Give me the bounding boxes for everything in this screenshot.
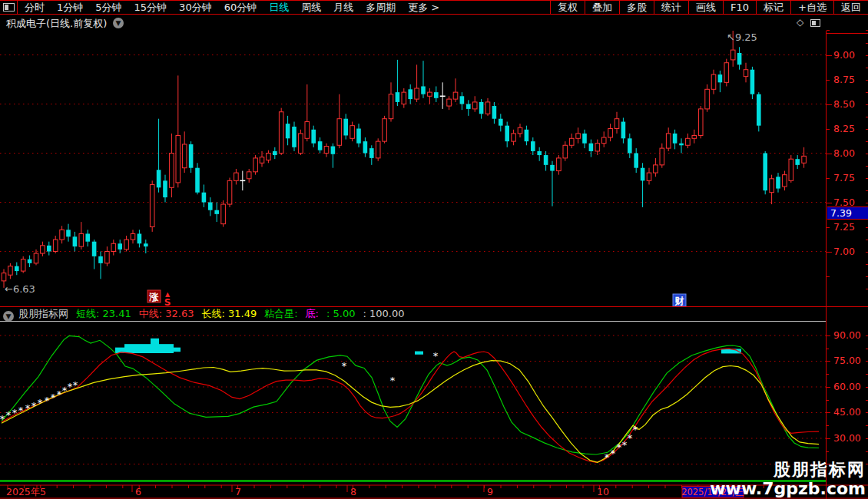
candle	[472, 96, 477, 111]
candle	[744, 63, 748, 83]
pane-layout-icon[interactable]	[810, 19, 820, 27]
indicator-stat: 粘合星:	[264, 308, 297, 319]
menu-item-tool[interactable]: +自选	[790, 1, 833, 14]
menu-item-period[interactable]: 多周期	[359, 1, 402, 14]
menu-item-tool[interactable]: 多股	[619, 1, 654, 14]
indicator-axis-label: 75.00	[833, 355, 861, 366]
star-marker: *	[45, 395, 50, 406]
month-label: 5	[40, 486, 46, 497]
indicator-stat: 底:	[306, 308, 319, 319]
candle	[518, 124, 522, 137]
candle	[157, 119, 161, 193]
candle	[512, 130, 516, 145]
candle	[557, 155, 562, 175]
menu-item-period[interactable]: 分时	[18, 1, 51, 14]
candle	[163, 175, 167, 203]
candle	[544, 151, 548, 171]
candle	[589, 140, 594, 157]
candle	[698, 106, 703, 138]
layout-toggle-button[interactable]	[0, 1, 18, 14]
menu-item-period[interactable]: 5分钟	[89, 1, 128, 14]
price-tick	[827, 227, 830, 228]
menu-item-period[interactable]: 15分钟	[128, 1, 174, 14]
candle	[673, 130, 678, 150]
zhang-signal: 涨	[147, 290, 161, 302]
star-marker: *	[342, 360, 347, 372]
chevron-down-icon[interactable]: ▼	[113, 18, 124, 28]
candle	[537, 147, 542, 161]
candle	[8, 263, 13, 279]
price-tick	[827, 55, 832, 56]
candle	[582, 130, 587, 148]
candle	[499, 114, 503, 131]
menu-item-tool[interactable]: F10	[723, 1, 756, 14]
menu-item-period[interactable]: 周线	[295, 1, 327, 14]
candle	[492, 102, 497, 124]
indicator-chart[interactable]: **********************	[0, 322, 826, 482]
candle	[634, 148, 638, 173]
candle	[118, 240, 122, 253]
candle	[440, 82, 446, 109]
candle	[305, 84, 310, 141]
month-label: 9	[487, 486, 493, 497]
candle	[641, 163, 645, 207]
candle	[47, 242, 51, 256]
candle	[686, 134, 691, 148]
diamond-icon[interactable]: ◇	[797, 17, 803, 28]
candle	[770, 175, 774, 204]
menu-item-period[interactable]: 60分钟	[218, 1, 263, 14]
menu-item-tool[interactable]: 叠加	[585, 1, 619, 14]
star-marker: *	[0, 413, 5, 425]
menu-item-tool[interactable]: 返回	[833, 1, 868, 14]
menu-item-period[interactable]: 30分钟	[173, 1, 218, 14]
candle	[415, 64, 419, 102]
candle	[737, 47, 742, 69]
candle	[292, 122, 297, 151]
candle	[79, 222, 84, 250]
candle	[576, 127, 581, 143]
menu-item-period[interactable]: 1分钟	[51, 1, 89, 14]
indicator-tick	[827, 387, 830, 388]
month-label: 6	[135, 486, 141, 497]
candle	[176, 75, 181, 187]
indicator-stat: 长线: 31.49	[201, 308, 257, 319]
candlestick-chart[interactable]: ↖9.25←6.63涨▲S财	[0, 31, 826, 306]
indicator-tick	[827, 438, 830, 439]
watermark: 股朋指标网 www.7gpzb.com	[710, 460, 866, 498]
menu-item-tool[interactable]: 复权	[550, 1, 585, 14]
candle	[601, 131, 606, 147]
price-tick	[827, 30, 830, 31]
adhesion-star-histogram	[151, 339, 159, 353]
watermark-url: www.7gpzb.com	[710, 479, 866, 498]
star-marker: *	[6, 409, 12, 421]
menu-item-tool[interactable]: 画线	[688, 1, 723, 14]
cai-signal: 财	[673, 294, 686, 306]
candle	[647, 168, 651, 185]
price-tick	[827, 129, 830, 130]
menu-item-period[interactable]: 更多 >	[402, 1, 446, 14]
svg-text:涨: 涨	[149, 292, 160, 302]
candle	[460, 92, 465, 110]
candle	[718, 71, 723, 92]
collapse-icon[interactable]: ▼	[3, 311, 14, 322]
star-marker: *	[51, 392, 56, 403]
price-label: 8.75	[833, 74, 855, 85]
menu-item-period[interactable]: 月线	[327, 1, 359, 14]
menu-item-period[interactable]: 日线	[263, 1, 295, 14]
star-marker: *	[73, 379, 78, 391]
indicator-line	[2, 349, 819, 462]
adhesion-star-histogram	[159, 344, 174, 353]
candle	[331, 144, 336, 168]
star-marker: *	[390, 375, 396, 386]
candle	[595, 140, 600, 155]
candle	[615, 112, 619, 134]
candle	[479, 99, 484, 119]
candle	[311, 126, 316, 147]
candle	[227, 178, 232, 207]
menu-item-tool[interactable]: 统计	[654, 1, 688, 14]
title-bar: 积成电子(日线.前复权) ▼ ◇	[0, 15, 868, 31]
candle	[692, 130, 697, 144]
menu-item-tool[interactable]: 标记	[756, 1, 790, 14]
candle	[396, 60, 400, 106]
candle	[660, 144, 664, 168]
